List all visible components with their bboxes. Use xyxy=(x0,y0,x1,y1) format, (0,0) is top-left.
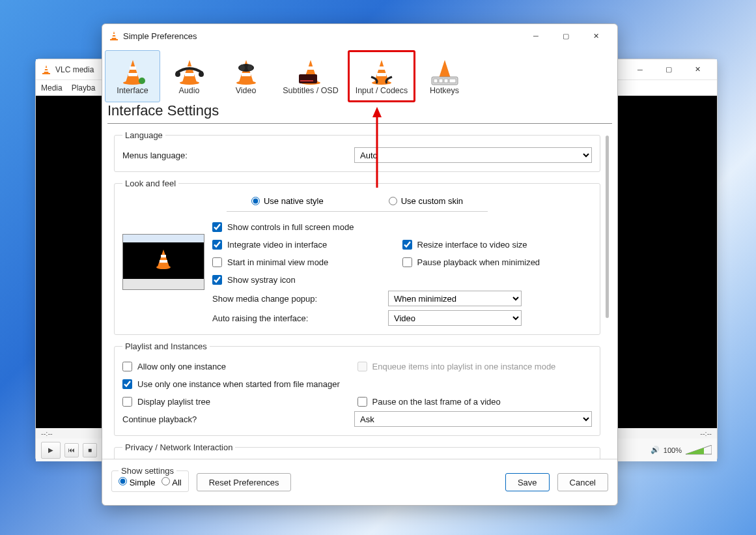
tab-label: Video xyxy=(236,86,257,95)
section-title: Interface Settings xyxy=(102,102,617,123)
input-codecs-icon xyxy=(367,57,396,86)
svg-rect-43 xyxy=(449,79,456,83)
cancel-button[interactable]: Cancel xyxy=(557,473,608,491)
show-simple-radio[interactable]: Simple xyxy=(119,477,155,487)
menus-language-combo[interactable]: Auto xyxy=(354,147,592,163)
tab-video[interactable]: Video xyxy=(218,50,273,102)
svg-rect-32 xyxy=(300,80,313,81)
show-settings-legend: Show settings xyxy=(119,466,176,476)
language-group: Language Menus language: Auto xyxy=(114,130,600,172)
stop-button[interactable]: ■ xyxy=(83,443,97,457)
prefs-title: Simple Preferences xyxy=(123,31,197,41)
svg-point-34 xyxy=(372,81,391,85)
interface-icon xyxy=(119,57,147,86)
cb-integrate-video[interactable]: Integrate video in interface xyxy=(212,236,402,253)
look-feel-legend: Look and feel xyxy=(122,179,178,188)
maximize-button[interactable]: ▢ xyxy=(654,60,683,80)
subtitles-icon xyxy=(296,57,325,86)
vlc-title: VLC media xyxy=(55,65,94,74)
tab-label: Hotkeys xyxy=(430,86,459,95)
cb-pause-minimized[interactable]: Pause playback when minimized xyxy=(402,253,593,271)
svg-rect-3 xyxy=(44,70,48,72)
prefs-body: Language Menus language: Auto Look and f… xyxy=(102,130,617,459)
svg-rect-2 xyxy=(45,68,48,69)
svg-rect-31 xyxy=(299,74,317,83)
custom-skin-radio[interactable]: Use custom skin xyxy=(389,196,463,206)
minimize-button[interactable]: ─ xyxy=(521,25,551,46)
time-total: --:-- xyxy=(700,429,712,437)
cb-enqueue: Enqueue items into playlist in one insta… xyxy=(357,358,593,375)
svg-point-22 xyxy=(236,81,256,85)
video-icon xyxy=(232,57,260,86)
prev-button[interactable]: ⏮ xyxy=(64,443,79,457)
svg-rect-47 xyxy=(160,260,167,263)
vlc-cone-icon xyxy=(109,31,119,41)
native-style-radio[interactable]: Use native style xyxy=(251,196,324,206)
svg-point-26 xyxy=(240,65,245,71)
svg-point-45 xyxy=(156,265,171,269)
svg-rect-35 xyxy=(378,66,385,70)
svg-rect-12 xyxy=(130,66,136,70)
cb-resize-interface[interactable]: Resize interface to video size xyxy=(402,236,593,253)
raise-combo[interactable]: Video xyxy=(388,310,522,326)
svg-marker-6 xyxy=(111,31,117,40)
svg-point-27 xyxy=(247,65,253,71)
tab-hotkeys[interactable]: Hotkeys xyxy=(417,50,472,102)
svg-rect-24 xyxy=(242,73,251,76)
cb-one-instance[interactable]: Allow only one instance xyxy=(122,358,357,375)
tab-interface[interactable]: Interface xyxy=(105,50,160,102)
close-button[interactable]: ✕ xyxy=(683,60,712,80)
tab-input-codecs[interactable]: Input / Codecs xyxy=(348,50,415,102)
svg-marker-44 xyxy=(158,250,169,267)
scrollbar[interactable] xyxy=(606,136,609,454)
cb-pause-last-frame[interactable]: Pause on the last frame of a video xyxy=(357,393,593,411)
volume-percent: 100% xyxy=(664,446,682,454)
save-button[interactable]: Save xyxy=(505,473,550,491)
menus-language-label: Menus language: xyxy=(122,151,354,160)
prefs-titlebar: Simple Preferences ─ ▢ ✕ xyxy=(102,24,617,48)
tab-audio[interactable]: Audio xyxy=(161,50,217,102)
svg-rect-8 xyxy=(113,34,115,35)
prefs-tabs: Interface Audio Video Subtitles / OSD In… xyxy=(102,48,617,102)
speaker-icon: 🔊 xyxy=(651,446,660,454)
svg-rect-36 xyxy=(377,73,386,76)
svg-marker-0 xyxy=(44,65,49,74)
reset-button[interactable]: Reset Preferences xyxy=(197,473,292,491)
audio-icon xyxy=(175,57,204,86)
cb-one-instance-fm[interactable]: Use only one instance when started from … xyxy=(122,375,592,393)
cb-minimal-view[interactable]: Start in minimal view mode xyxy=(212,253,402,271)
tab-label: Audio xyxy=(179,86,200,95)
cb-playlist-tree[interactable]: Display playlist tree xyxy=(122,393,357,411)
svg-rect-18 xyxy=(185,73,194,76)
popup-combo[interactable]: When minimized xyxy=(388,291,522,306)
continue-combo[interactable]: Ask xyxy=(354,411,592,427)
svg-rect-7 xyxy=(110,39,118,40)
play-button[interactable]: ▶ xyxy=(41,442,61,459)
hotkeys-icon xyxy=(430,57,459,86)
volume-slider[interactable] xyxy=(686,445,712,455)
menu-media[interactable]: Media xyxy=(41,83,63,93)
playlist-legend: Playlist and Instances xyxy=(122,341,210,351)
svg-rect-9 xyxy=(112,36,116,38)
show-settings-group: Show settings Simple All xyxy=(111,466,189,492)
svg-marker-10 xyxy=(126,60,140,82)
show-all-radio[interactable]: All xyxy=(161,477,181,487)
privacy-legend: Privacy / Network Interaction xyxy=(122,442,235,452)
tab-subtitles[interactable]: Subtitles / OSD xyxy=(275,50,346,102)
tab-label: Input / Codecs xyxy=(356,86,408,95)
close-button[interactable]: ✕ xyxy=(581,25,611,46)
menu-playback[interactable]: Playba xyxy=(72,83,96,93)
section-rule xyxy=(107,123,612,124)
svg-point-16 xyxy=(180,81,199,85)
vlc-cone-icon xyxy=(41,65,51,75)
tab-label: Interface xyxy=(117,86,148,95)
svg-rect-30 xyxy=(307,66,314,70)
svg-rect-42 xyxy=(444,79,448,83)
minimize-button[interactable]: ─ xyxy=(626,60,654,80)
continue-label: Continue playback? xyxy=(122,414,354,424)
cb-systray[interactable]: Show systray icon xyxy=(212,271,402,289)
maximize-button[interactable]: ▢ xyxy=(551,25,581,46)
preferences-dialog: Simple Preferences ─ ▢ ✕ Interface Audio… xyxy=(102,23,618,506)
svg-point-14 xyxy=(139,78,145,84)
cb-fullscreen-controls[interactable]: Show controls in full screen mode xyxy=(212,218,402,236)
